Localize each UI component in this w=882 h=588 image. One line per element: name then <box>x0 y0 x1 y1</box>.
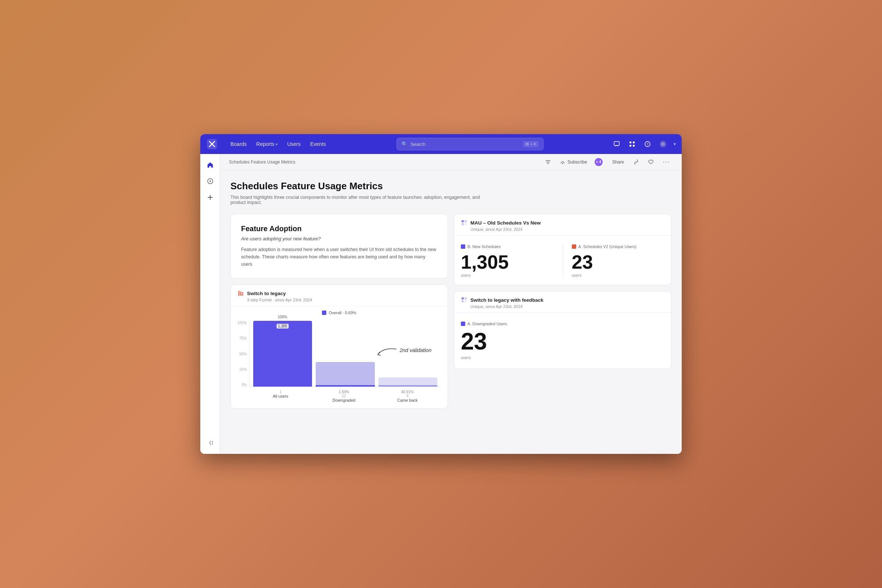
navbar-links: Boards Reports ▾ Users Events <box>227 139 330 149</box>
series-b-block: B. New Schedules 1,305 users <box>461 244 554 278</box>
svg-text:?: ? <box>646 142 649 147</box>
mau-card-header: MAU – Old Schedules Vs New Unique, since… <box>454 214 671 236</box>
sidebar-compass-icon[interactable] <box>204 175 217 188</box>
svg-rect-5 <box>633 145 634 147</box>
navbar-actions: ? ▾ <box>610 138 676 150</box>
bar-2-fill <box>316 362 375 385</box>
feature-adoption-subtitle: Are users adopting your new feature? <box>241 236 437 242</box>
heart-button[interactable] <box>645 158 656 166</box>
search-icon: 🔍 <box>401 141 408 147</box>
feedback-value: 23 <box>461 330 664 353</box>
step-label-1: 1 All users <box>250 390 310 402</box>
bar-1-fill: 1,305 <box>253 321 312 387</box>
bar-1-pct-label: 100% <box>278 315 287 319</box>
funnel-bar-2 <box>316 321 375 387</box>
sidebar-collapse-icon[interactable] <box>204 436 217 450</box>
svg-rect-20 <box>465 297 467 300</box>
mau-metrics: B. New Schedules 1,305 users <box>454 236 671 285</box>
subscribe-button[interactable]: Subscribe <box>557 158 590 166</box>
sidebar-add-icon[interactable] <box>204 191 217 204</box>
metric-divider <box>562 244 563 278</box>
share-button[interactable]: Share <box>609 158 627 166</box>
feedback-card-header: Switch to legacy with feedback Unique, s… <box>454 291 671 313</box>
mau-card-subtitle: Unique, since Apr 23rd, 2024 <box>470 227 664 231</box>
svg-point-11 <box>562 163 563 164</box>
breadcrumb-text: Schedules Feature Usage Metrics <box>229 159 296 165</box>
nav-reports[interactable]: Reports ▾ <box>252 139 281 149</box>
settings-icon-btn[interactable] <box>657 138 669 150</box>
funnel-legend: Overall · 0.69% <box>237 310 441 315</box>
svg-rect-13 <box>240 291 242 296</box>
bar-2-container <box>316 362 375 385</box>
mau-card: MAU – Old Schedules Vs New Unique, since… <box>454 214 671 285</box>
search-label: Search <box>411 141 426 147</box>
nav-boards[interactable]: Boards <box>227 139 250 149</box>
series-a-color-dot <box>572 244 576 249</box>
navbar: Boards Reports ▾ Users Events 🔍 Search ⌘… <box>200 134 682 154</box>
content-area: Schedules Feature Usage Metrics Subscrib… <box>220 154 682 454</box>
series-b-unit: users <box>461 273 554 278</box>
mau-card-title: MAU – Old Schedules Vs New <box>470 220 541 226</box>
funnel-body: Overall · 0.69% 100% 75% 50% 2 <box>231 306 448 408</box>
link-button[interactable] <box>631 158 642 166</box>
search-shortcut: ⌘ + K <box>523 141 539 147</box>
series-b-label-row: B. New Schedules <box>461 244 554 249</box>
svg-rect-12 <box>238 291 240 296</box>
feedback-card-subtitle: Unique, since Apr 23rd, 2024 <box>470 304 664 309</box>
series-a-unit: users <box>572 273 665 278</box>
y-label-50: 50% <box>237 352 247 356</box>
page-title: Schedules Feature Usage Metrics <box>230 180 671 192</box>
y-label-0: 0% <box>237 383 247 387</box>
series-b-value: 1,305 <box>461 252 554 272</box>
main-grid: Feature Adoption Are users adopting your… <box>230 214 671 409</box>
funnel-bars: 100% 1,305 <box>249 321 441 387</box>
left-column: Feature Adoption Are users adopting your… <box>230 214 448 409</box>
more-button[interactable]: ··· <box>660 157 673 167</box>
bar-3-fill <box>378 377 437 385</box>
step-label-3: 40.91% 9 Came back <box>377 390 437 402</box>
app-logo[interactable] <box>206 138 218 150</box>
funnel-card-subtitle: 3-step Funnel · since Apr 23rd, 2024 <box>247 298 441 302</box>
filter-button[interactable] <box>542 158 554 166</box>
svg-rect-14 <box>242 292 243 296</box>
feature-adoption-description: Feature adoption is measured here when a… <box>241 246 437 268</box>
svg-rect-19 <box>462 297 464 300</box>
funnel-chart-area: 100% 75% 50% 25% 0% <box>237 321 441 387</box>
feedback-icon-btn[interactable] <box>610 138 623 150</box>
mau-card-icon <box>461 219 468 226</box>
svg-rect-17 <box>462 223 464 225</box>
funnel-bar-3 <box>378 321 437 387</box>
series-a-label: A. Schedules V2 (Unique Users) <box>579 244 636 249</box>
svg-point-8 <box>662 143 664 145</box>
funnel-card-header: Switch to legacy 3-step Funnel · since A… <box>231 285 448 306</box>
grid-icon-btn[interactable] <box>626 138 638 150</box>
svg-rect-16 <box>465 220 467 222</box>
nav-events[interactable]: Events <box>306 139 330 149</box>
svg-rect-21 <box>462 300 464 303</box>
funnel-step-labels: 1 All users 1.69% 22 Downgraded <box>237 390 441 402</box>
avatar-group: + 4 <box>594 157 606 167</box>
y-label-75: 75% <box>237 336 247 340</box>
navbar-dropdown-arrow[interactable]: ▾ <box>674 141 676 147</box>
help-icon-btn[interactable]: ? <box>641 138 654 150</box>
breadcrumb-bar: Schedules Feature Usage Metrics Subscrib… <box>220 154 682 170</box>
svg-rect-22 <box>465 300 467 303</box>
svg-rect-3 <box>633 141 634 143</box>
reports-chevron-icon: ▾ <box>276 142 278 146</box>
funnel-card-icon <box>237 290 244 297</box>
nav-users[interactable]: Users <box>284 139 304 149</box>
feedback-metrics: A. Downgraded Users 23 users <box>454 313 671 369</box>
page-description: This board highlights three crucial comp… <box>230 195 488 205</box>
bar-1-count-badge: 1,305 <box>276 324 288 328</box>
feedback-color-dot <box>461 322 465 326</box>
funnel-card: Switch to legacy 3-step Funnel · since A… <box>230 285 448 409</box>
sidebar-home-icon[interactable] <box>204 158 217 172</box>
search-area: 🔍 Search ⌘ + K <box>339 138 602 150</box>
search-box[interactable]: 🔍 Search ⌘ + K <box>396 138 543 150</box>
legend-dot-overall <box>322 310 326 315</box>
legend-label-overall: Overall · 0.69% <box>328 310 356 315</box>
sidebar <box>200 154 220 454</box>
y-axis: 100% 75% 50% 25% 0% <box>237 321 249 387</box>
svg-rect-18 <box>465 223 467 225</box>
feedback-card: Switch to legacy with feedback Unique, s… <box>454 291 671 369</box>
